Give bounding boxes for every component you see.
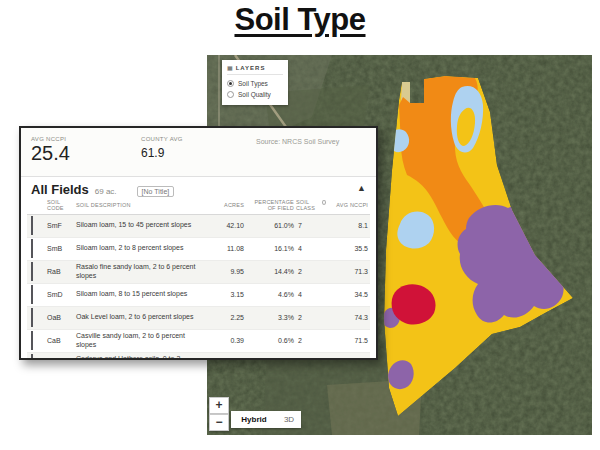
soil-class-value: 2 [296, 268, 326, 275]
percentage-value: 16.1% [246, 245, 294, 252]
avg-nccpi-value: 71.5 [328, 337, 368, 344]
soil-class-value: 2 [296, 314, 326, 321]
zoom-out-button[interactable]: − [209, 414, 229, 431]
soil-code: CaB [47, 337, 74, 344]
soil-description: Siloam loam, 15 to 45 percent slopes [76, 221, 200, 230]
col-soil-code: SOIL CODE [47, 199, 74, 212]
soil-color-swatch [31, 308, 33, 327]
table-row[interactable]: SmD Siloam loam, 8 to 15 percent slopes … [27, 284, 370, 307]
stats-header: AVG NCCPI 25.4 COUNTY AVG 61.9 Source: N… [21, 128, 376, 177]
acres-value: 9.95 [202, 268, 244, 275]
soil-table: SOIL CODE SOIL DESCRIPTION ACRES PERCENT… [21, 198, 376, 360]
all-fields-header: All Fields 69 ac. [No Title] ▲ [21, 177, 376, 198]
percentage-value: 14.4% [246, 268, 294, 275]
soil-code: SmD [47, 291, 74, 298]
table-row[interactable]: RaB Rasalo fine sandy loam, 2 to 6 perce… [27, 261, 370, 284]
table-row[interactable]: CoA Codorus and Hatboro soils, 0 to 2 pe… [27, 353, 370, 360]
collapse-arrow-icon[interactable]: ▲ [357, 183, 366, 193]
avg-nccpi-value: 8.1 [328, 222, 368, 229]
table-row[interactable]: SmB Siloam loam, 2 to 8 percent slopes 1… [27, 238, 370, 261]
layers-panel: ▦ LAYERS Soil Types Soil Quality [222, 60, 288, 105]
table-row[interactable]: OaB Oak Level loam, 2 to 6 percent slope… [27, 307, 370, 330]
layer-option-label: Soil Types [238, 80, 268, 87]
soil-code: SmF [47, 222, 74, 229]
soil-class-value: 2 [296, 337, 326, 344]
soil-code: SmB [47, 245, 74, 252]
radio-icon[interactable] [227, 80, 234, 87]
soil-description: Siloam loam, 8 to 15 percent slopes [76, 290, 200, 299]
field-name-input[interactable]: [No Title] [137, 186, 175, 197]
layers-panel-header: ▦ LAYERS [227, 64, 283, 75]
soil-class-value: 4 [296, 291, 326, 298]
avg-nccpi-value: 71.3 [328, 268, 368, 275]
soil-code: OaB [47, 314, 74, 321]
soil-report-panel: AVG NCCPI 25.4 COUNTY AVG 61.9 Source: N… [19, 126, 378, 360]
soil-color-swatch [31, 239, 33, 258]
avg-nccpi-value: 74.3 [328, 314, 368, 321]
basemap-toggle: Hybrid 3D [231, 411, 301, 428]
soil-description: Codorus and Hatboro soils, 0 to 2 percen… [76, 355, 200, 360]
table-row[interactable]: SmF Siloam loam, 15 to 45 percent slopes… [27, 215, 370, 238]
percentage-value: 3.3% [246, 314, 294, 321]
soil-color-swatch [31, 285, 33, 304]
layer-option-soil-quality[interactable]: Soil Quality [227, 89, 283, 100]
soil-description: Oak Level loam, 2 to 6 percent slopes [76, 313, 200, 322]
soil-table-header: SOIL CODE SOIL DESCRIPTION ACRES PERCENT… [27, 198, 370, 215]
soil-code: RaB [47, 268, 74, 275]
col-acres: ACRES [202, 202, 244, 208]
col-percentage: PERCENTAGE OF FIELD [246, 199, 294, 212]
soil-class-value: 4 [296, 245, 326, 252]
avg-nccpi-value: 25.4 [31, 142, 141, 164]
soil-description: Rasalo fine sandy loam, 2 to 6 percent s… [76, 263, 200, 281]
soil-description: Siloam loam, 2 to 8 percent slopes [76, 244, 200, 253]
layer-option-label: Soil Quality [238, 91, 271, 98]
view-3d-button[interactable]: 3D [277, 415, 301, 424]
county-avg-label: COUNTY AVG [141, 136, 256, 142]
layer-option-soil-types[interactable]: Soil Types [227, 78, 283, 89]
col-soil-description: SOIL DESCRIPTION [76, 202, 200, 208]
info-icon[interactable] [322, 200, 326, 205]
avg-nccpi-value: 34.5 [328, 291, 368, 298]
all-fields-acreage: 69 ac. [95, 187, 117, 196]
soil-description: Casville sandy loam, 2 to 6 percent slop… [76, 332, 200, 350]
all-fields-title: All Fields [31, 182, 89, 197]
percentage-value: 0.6% [246, 337, 294, 344]
avg-nccpi-value: 35.5 [328, 245, 368, 252]
page-title: Soil Type [0, 2, 600, 38]
col-soil-class: SOIL CLASS [296, 199, 320, 212]
percentage-value: 4.6% [246, 291, 294, 298]
acres-value: 0.39 [202, 337, 244, 344]
acres-value: 3.15 [202, 291, 244, 298]
acres-value: 2.25 [202, 314, 244, 321]
zoom-in-button[interactable]: + [209, 397, 229, 414]
data-source-note: Source: NRCS Soil Survey [256, 136, 366, 170]
table-row[interactable]: CaB Casville sandy loam, 2 to 6 percent … [27, 330, 370, 353]
acres-value: 11.08 [202, 245, 244, 252]
col-avg-nccpi: AVG NCCPI [328, 202, 368, 208]
slide: Soil Type [0, 0, 600, 450]
acres-value: 42.10 [202, 222, 244, 229]
radio-icon[interactable] [227, 91, 234, 98]
soil-color-swatch [31, 262, 33, 281]
county-avg-value: 61.9 [141, 146, 256, 160]
soil-color-swatch [31, 216, 33, 235]
soil-class-value: 7 [296, 222, 326, 229]
layers-panel-title: LAYERS [236, 65, 266, 71]
basemap-hybrid-button[interactable]: Hybrid [231, 415, 277, 424]
percentage-value: 61.0% [246, 222, 294, 229]
soil-color-swatch [31, 354, 33, 360]
layers-icon: ▦ [227, 64, 233, 71]
soil-color-swatch [31, 331, 33, 350]
